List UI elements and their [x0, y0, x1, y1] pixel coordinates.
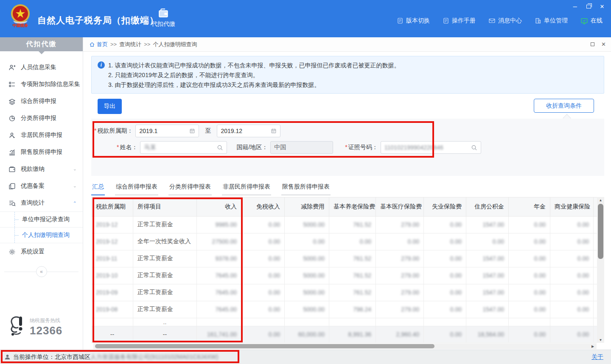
cell-period: 2019-10	[96, 272, 118, 279]
cell-amount: 5000.00	[303, 289, 325, 296]
table-row[interactable]: 2019-10正常工资薪金7645.000.005000.00761.52279…	[92, 267, 597, 284]
cell-income-item: 正常工资薪金	[133, 250, 197, 267]
required-asterisk: *	[94, 127, 96, 134]
cell-amount: 0.00	[577, 272, 589, 279]
sidebar-subitem-个人扣缴明细查询[interactable]: 个人扣缴明细查询	[0, 228, 83, 243]
table-row[interactable]: 2019-12正常工资薪金9985.000.005000.00761.52279…	[92, 216, 597, 233]
about-link[interactable]: 关于	[591, 353, 603, 361]
summary-amount: 60,000.00	[298, 331, 325, 338]
header-menu-操作手册[interactable]: 操作手册	[443, 17, 476, 25]
person-add-icon	[8, 64, 16, 71]
current-unit-label: 当前操作单位：北京市西城区人力资源服务有限公司(91110102MA01C8J4…	[13, 353, 218, 361]
tax-emblem-logo: 中国税务	[9, 3, 31, 31]
collapse-query-button[interactable]: 收折查询条件	[534, 99, 594, 113]
sidebar-item-查询统计[interactable]: 查询统计⌃	[0, 195, 83, 211]
header-menu-label: 单位管理	[544, 17, 568, 25]
horizontal-scrollbar[interactable]: ▶	[93, 343, 597, 349]
period-from-input[interactable]: 2019.1	[135, 125, 199, 137]
cell-amount: 0.00	[534, 221, 546, 228]
scroll-down-icon[interactable]: ▼	[597, 337, 604, 343]
cell-amount: 0.00	[534, 306, 546, 313]
sidebar-item-优惠备案[interactable]: 优惠备案⌄	[0, 178, 83, 195]
cell-amount: 0.00	[450, 289, 462, 296]
sidebar-collapse-button[interactable]: «	[36, 266, 47, 277]
sidebar-item-label: 人员信息采集	[21, 64, 77, 71]
panel-maximize-button[interactable]	[591, 41, 594, 47]
cell-period: 2019-12	[96, 221, 118, 228]
sidebar-item-税款缴纳[interactable]: 税款缴纳⌄	[0, 161, 83, 178]
panel-close-button[interactable]: ✕	[601, 41, 606, 47]
column-header-失业保险费: 失业保险费	[424, 197, 466, 216]
required-asterisk: *	[117, 144, 119, 150]
sidebar-submenu: 单位申报记录查询个人扣缴明细查询	[0, 211, 83, 243]
brand: 中国税务 自然人电子税务局（扣缴端）	[9, 3, 159, 31]
name-input[interactable]: 马某	[140, 141, 227, 154]
table-row[interactable]: 2019-12全年一次性奖金收入27500.000.000.000.000.00…	[92, 233, 597, 250]
breadcrumb-item-query-stats[interactable]: 查询统计	[119, 41, 141, 48]
sidebar-item-非居民所得申报[interactable]: 非居民所得申报	[0, 127, 83, 144]
notice-line: 1. 该查询统计表仅能查询已申报成功的数据，不包含未申报、申报失败，已申报但已作…	[108, 61, 400, 70]
sidebar-item-人员信息采集[interactable]: 人员信息采集	[0, 59, 83, 76]
minimize-button[interactable]: ─	[571, 3, 579, 10]
breadcrumb-home[interactable]: 首页	[89, 41, 108, 48]
table-row[interactable]: 2019-09正常工资薪金7645.000.005000.00761.52279…	[92, 284, 597, 301]
calendar-icon[interactable]	[189, 128, 195, 134]
horizontal-scroll-thumb[interactable]	[95, 344, 434, 348]
tab-汇总[interactable]: 汇总	[91, 180, 105, 195]
tab-非居民所得申报表[interactable]: 非居民所得申报表	[222, 180, 271, 195]
report-tabs: 汇总综合所得申报表分类所得申报表非居民所得申报表限售股所得申报表	[91, 180, 331, 195]
vertical-scroll-thumb[interactable]	[598, 204, 603, 259]
header-menu-单位管理[interactable]: 单位管理	[535, 17, 568, 25]
period-to-input[interactable]: 2019.12	[217, 125, 280, 137]
period-from-value: 2019.1	[139, 128, 189, 134]
sidebar-item-系统设置[interactable]: 系统设置	[0, 243, 83, 260]
chevron-down-icon: ⌄	[73, 167, 77, 171]
cell-amount: 279.00	[401, 255, 419, 262]
search-list-icon	[8, 200, 16, 207]
scroll-up-icon[interactable]: ▲	[597, 197, 604, 203]
nav-tab-daikou-daijiao[interactable]: 代扣代缴	[149, 8, 177, 28]
mail-icon	[488, 17, 496, 24]
cell-amount: 0.00	[269, 272, 280, 279]
logo-caption: 中国税务	[13, 23, 28, 28]
cell-period: 2019-08	[96, 306, 118, 313]
table-row[interactable]: 2019-11正常工资薪金9378.000.005000.00761.52279…	[92, 250, 597, 267]
close-button[interactable]: ✕	[598, 3, 606, 10]
hotline-logo: 纳税服务热线 12366	[8, 316, 62, 338]
search-icon[interactable]	[217, 144, 223, 151]
id-number-input[interactable]: 110102199904220846	[381, 141, 481, 154]
app-title: 自然人电子税务局（扣缴端）	[37, 14, 159, 26]
sidebar-menu: 人员信息采集专项附加扣除信息采集综合所得申报分类所得申报非居民所得申报限售股所得…	[0, 59, 83, 260]
table-row[interactable]: 2019-08正常工资薪金7645.000.005000.00798.24279…	[92, 301, 597, 318]
sidebar-item-综合所得申报[interactable]: 综合所得申报	[0, 93, 83, 110]
header-menu-label: 版本切换	[406, 17, 430, 25]
scroll-right-icon[interactable]: ▶	[590, 343, 596, 349]
layers-icon	[8, 98, 16, 105]
restore-button[interactable]	[585, 3, 592, 10]
sidebar-item-限售股所得申报[interactable]: 限售股所得申报	[0, 144, 83, 161]
sidebar-item-分类所得申报[interactable]: 分类所得申报	[0, 110, 83, 127]
sidebar-item-label: 限售股所得申报	[21, 148, 77, 156]
wallet-icon	[158, 8, 169, 19]
cell-amount: 1547.00	[482, 255, 504, 262]
search-icon[interactable]	[471, 144, 477, 151]
header-menu-版本切换[interactable]: 版本切换	[397, 17, 430, 25]
tab-分类所得申报表[interactable]: 分类所得申报表	[168, 180, 212, 195]
vertical-scrollbar[interactable]: ▲ ▼	[597, 197, 604, 343]
column-header-免税收入: 免税收入	[241, 197, 285, 216]
export-button[interactable]: 导出	[98, 99, 122, 114]
monitor-check-icon	[580, 17, 588, 25]
cell-amount: 1547.00	[482, 221, 504, 228]
cell-amount: 0.00	[577, 289, 589, 296]
sidebar-subitem-单位申报记录查询[interactable]: 单位申报记录查询	[0, 212, 83, 228]
header-menu-消息中心[interactable]: 消息中心	[488, 17, 522, 25]
cell-amount: 5000.00	[303, 306, 325, 313]
tab-综合所得申报表[interactable]: 综合所得申报表	[115, 180, 158, 195]
current-unit-visible: 北京市西城区	[55, 353, 90, 360]
panel-caret	[563, 114, 571, 122]
cell-amount: 0.00	[450, 255, 462, 262]
tab-限售股所得申报表[interactable]: 限售股所得申报表	[281, 180, 331, 195]
sidebar-item-专项附加扣除信息采集[interactable]: 专项附加扣除信息采集	[0, 76, 83, 93]
calendar-icon[interactable]	[271, 128, 277, 134]
sidebar-item-label: 查询统计	[21, 199, 68, 207]
